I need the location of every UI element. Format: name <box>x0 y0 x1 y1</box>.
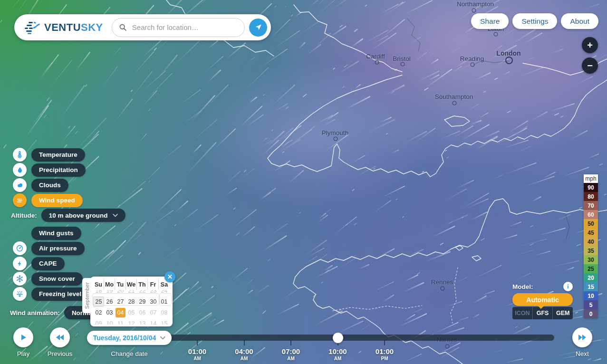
calendar-day-28[interactable]: 28 <box>126 296 137 307</box>
calendar-day-03[interactable]: 03 <box>104 307 115 318</box>
calendar-day-value: 19 <box>105 290 115 296</box>
next-button[interactable] <box>572 327 592 347</box>
calendar-week-clip: 09101112131415 <box>93 318 170 325</box>
timeline-tick-meridiem: AM <box>328 356 347 361</box>
calendar-day-value: 02 <box>94 308 104 317</box>
calendar-day-11: 11 <box>115 318 126 325</box>
locate-me-button[interactable] <box>249 19 267 37</box>
next-label: Next <box>576 350 589 357</box>
freezing-icon[interactable] <box>13 287 27 301</box>
snowflake-icon[interactable] <box>13 272 27 286</box>
calendar-day-value: 14 <box>148 319 158 325</box>
calendar-day-26[interactable]: 26 <box>104 296 115 307</box>
zoom-in-button[interactable]: + <box>582 37 598 53</box>
city-label-plymouth: Plymouth <box>322 129 348 136</box>
zoom-out-button[interactable]: − <box>582 57 598 74</box>
next-icon <box>578 334 587 341</box>
timeline-tick-meridiem: AM <box>235 356 253 361</box>
city-marker-reading <box>471 63 475 67</box>
timeline-tick-meridiem: AM <box>188 356 206 361</box>
altitude-select[interactable]: 10 m above ground <box>41 209 125 222</box>
lightning-icon[interactable] <box>13 257 27 270</box>
layer-row-snow-cover: Snow cover <box>13 272 89 286</box>
droplet-icon[interactable] <box>13 163 27 177</box>
layer-row-temperature: Temperature <box>13 148 86 162</box>
layer-button-temperature[interactable]: Temperature <box>31 148 85 162</box>
layer-row-wind-gusts: Wind gusts <box>13 226 89 240</box>
gauge-icon[interactable] <box>13 241 27 255</box>
calendar-day-18: 18 <box>93 290 104 296</box>
calendar-grid: SuMoTuWeThFrSa18192021222324252627282930… <box>93 279 170 325</box>
nav-button-settings[interactable]: Settings <box>512 13 557 29</box>
chevron-down-icon <box>160 336 165 340</box>
calendar-day-value: 27 <box>116 297 125 307</box>
model-option-gem[interactable]: GEM <box>553 307 573 319</box>
play-button[interactable] <box>13 327 33 347</box>
calendar-day-value: 15 <box>159 319 169 325</box>
layer-button-snow-cover[interactable]: Snow cover <box>31 272 83 286</box>
city-marker-cardiff <box>375 60 379 65</box>
calendar-day-value: 08 <box>159 308 169 317</box>
search-box <box>112 18 245 37</box>
calendar-day-25[interactable]: 25 <box>93 296 104 307</box>
timeline-tick-time: 04:00 <box>235 347 253 355</box>
calendar-day-29[interactable]: 29 <box>137 296 148 307</box>
search-input[interactable] <box>131 23 238 32</box>
nav-button-about[interactable]: About <box>561 13 598 29</box>
ventusky-logo-icon <box>25 20 41 35</box>
calendar-day-04[interactable]: 04 <box>115 307 126 318</box>
timeline-bar[interactable] <box>170 335 554 341</box>
calendar-day-value: 28 <box>126 297 136 307</box>
calendar-month-label: September <box>84 282 90 309</box>
timeline-tick-time: 07:00 <box>282 347 300 355</box>
city-marker-southampton <box>453 101 457 105</box>
layer-button-wind-speed[interactable]: Wind speed <box>31 194 83 207</box>
layer-button-precipitation[interactable]: Precipitation <box>31 163 86 177</box>
change-date-button[interactable]: Tuesday, 2016/10/04 <box>87 331 172 345</box>
calendar-day-value: 30 <box>148 297 158 307</box>
calendar-header-row: SuMoTuWeThFrSa <box>93 279 170 290</box>
timeline-handle[interactable] <box>333 333 343 343</box>
model-selected-button[interactable]: Automatic <box>512 293 573 306</box>
calendar-day-30[interactable]: 30 <box>148 296 159 307</box>
city-marker-london <box>505 57 513 64</box>
calendar-day-07: 07 <box>148 307 159 318</box>
cloud-icon[interactable] <box>13 178 27 192</box>
layer-row-wind-speed: Wind speed <box>13 193 86 207</box>
legend-stop-80: 80 <box>584 192 598 201</box>
calendar-day-15: 15 <box>159 318 170 325</box>
layer-button-air-pressure[interactable]: Air pressure <box>31 242 85 255</box>
ventusky-logo[interactable]: VENTUSKY <box>25 20 103 35</box>
timeline-tick-label[interactable]: 04:00AM <box>235 347 253 361</box>
header-card: VENTUSKY <box>14 14 271 40</box>
calendar-day-09: 09 <box>93 318 104 325</box>
layer-button-clouds[interactable]: Clouds <box>31 179 68 192</box>
previous-button[interactable] <box>50 327 70 347</box>
city-marker-luton <box>494 32 498 37</box>
legend-stop-70: 70 <box>584 201 598 210</box>
info-icon[interactable]: i <box>563 282 573 291</box>
nav-button-share[interactable]: Share <box>471 13 509 29</box>
ventusky-wordmark: VENTUSKY <box>44 21 103 34</box>
layer-button-cape[interactable]: CAPE <box>31 257 65 270</box>
timeline-tick-label[interactable]: 01:00PM <box>376 347 394 361</box>
altitude-value: 10 m above ground <box>49 212 108 219</box>
timeline-tick-label[interactable]: 07:00AM <box>282 347 300 361</box>
play-icon <box>19 334 27 341</box>
timeline-tick-meridiem: PM <box>376 356 394 361</box>
timeline-tick-label[interactable]: 10:00AM <box>328 347 347 361</box>
layer-button-wind-gusts[interactable]: Wind gusts <box>31 227 81 240</box>
timeline-tick-label[interactable]: 01:00AM <box>188 347 206 361</box>
calendar-day-01[interactable]: 01 <box>159 296 170 307</box>
legend-stop-45: 45 <box>584 228 598 237</box>
thermometer-icon[interactable] <box>13 148 27 162</box>
calendar-day-header: Sa <box>159 279 170 290</box>
calendar-day-02[interactable]: 02 <box>93 307 104 318</box>
calendar-day-05: 05 <box>126 307 137 318</box>
layer-button-freezing-level[interactable]: Freezing level <box>31 287 89 301</box>
calendar-day-27[interactable]: 27 <box>115 296 126 307</box>
timeline-tick <box>197 340 198 345</box>
wind-icon[interactable] <box>13 193 27 207</box>
calendar-day-value: 24 <box>159 290 169 296</box>
legend-stop-40: 40 <box>584 237 598 246</box>
